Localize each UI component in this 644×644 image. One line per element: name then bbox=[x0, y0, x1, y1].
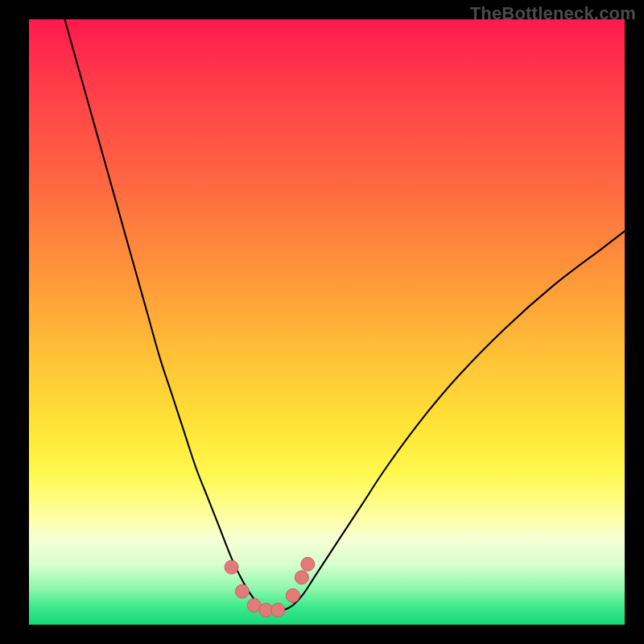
attribution-watermark: TheBottleneck.com bbox=[470, 3, 636, 24]
trough-marker bbox=[295, 571, 308, 584]
plot-svg bbox=[29, 19, 625, 625]
trough-markers bbox=[225, 557, 315, 617]
trough-marker bbox=[301, 557, 315, 571]
trough-marker bbox=[225, 560, 238, 574]
chart-frame: TheBottleneck.com bbox=[0, 0, 644, 644]
plot-area bbox=[29, 19, 625, 625]
trough-marker bbox=[271, 604, 285, 617]
trough-marker bbox=[235, 584, 249, 598]
bottleneck-curve bbox=[64, 19, 625, 611]
trough-marker bbox=[286, 588, 299, 602]
